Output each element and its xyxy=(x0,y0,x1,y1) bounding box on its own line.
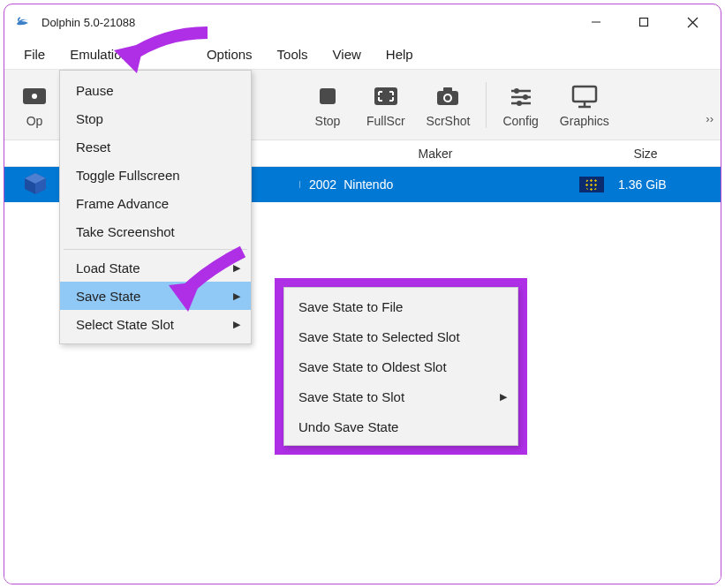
platform-cell xyxy=(4,170,66,200)
menu-select-state-slot[interactable]: Select State Slot ▶ xyxy=(60,310,251,338)
submenu-save-to-selected-slot[interactable]: Save State to Selected Slot xyxy=(284,321,517,351)
toolbar-overflow-icon[interactable]: ›› xyxy=(706,112,714,125)
dolphin-logo-icon xyxy=(15,15,33,29)
submenu-save-to-slot-label: Save State to Slot xyxy=(298,389,404,404)
menu-file[interactable]: File xyxy=(11,40,57,69)
eu-flag-icon xyxy=(579,177,604,192)
menu-hidden[interactable] xyxy=(141,40,194,69)
stop-label: Stop xyxy=(315,114,341,128)
open-label: Op xyxy=(26,114,43,128)
menu-frame-advance[interactable]: Frame Advance xyxy=(60,189,251,217)
fullscreen-label: FullScr xyxy=(366,114,405,128)
config-label: Config xyxy=(502,114,538,128)
size-cell: 1.36 GiB xyxy=(562,177,721,192)
graphics-button[interactable]: Graphics xyxy=(549,77,620,133)
config-button[interactable]: Config xyxy=(492,77,548,133)
graphics-label: Graphics xyxy=(560,114,609,128)
menubar: File Emulation Options Tools View Help xyxy=(4,40,721,70)
close-button[interactable] xyxy=(668,4,717,40)
app-window: Dolphin 5.0-21088 File Emulation Options… xyxy=(4,4,721,584)
year-cell: 2002 xyxy=(300,177,344,192)
submenu-arrow-icon: ▶ xyxy=(500,391,507,403)
maximize-icon xyxy=(638,17,649,27)
window-title: Dolphin 5.0-21088 xyxy=(42,16,135,29)
menu-load-state-label: Load State xyxy=(76,260,140,275)
menu-load-state[interactable]: Load State ▶ xyxy=(60,253,251,282)
submenu-arrow-icon: ▶ xyxy=(233,290,240,302)
svg-point-15 xyxy=(523,94,528,100)
window-controls xyxy=(572,4,717,40)
gamecube-icon xyxy=(22,170,49,200)
maker-cell: Nintendo xyxy=(344,177,562,192)
menu-help[interactable]: Help xyxy=(374,40,426,69)
menu-select-slot-label: Select State Slot xyxy=(76,317,174,332)
menu-save-state-label: Save State xyxy=(76,289,140,304)
svg-point-11 xyxy=(445,95,450,101)
column-size[interactable]: Size xyxy=(562,147,721,161)
toolbar-separator xyxy=(486,82,487,128)
svg-rect-7 xyxy=(374,87,397,105)
save-state-submenu-highlight: Save State to File Save State to Selecte… xyxy=(275,278,527,455)
svg-rect-9 xyxy=(443,87,452,92)
svg-point-13 xyxy=(514,88,519,94)
stop-button[interactable]: Stop xyxy=(299,77,356,133)
game-size: 1.36 GiB xyxy=(618,177,666,192)
svg-rect-6 xyxy=(320,88,336,104)
screenshot-label: ScrShot xyxy=(427,114,471,128)
camera-icon xyxy=(434,82,462,110)
menu-toggle-fullscreen[interactable]: Toggle Fullscreen xyxy=(60,161,251,189)
emulation-menu-dropdown: Pause Stop Reset Toggle Fullscreen Frame… xyxy=(59,70,252,344)
open-button[interactable]: Op xyxy=(10,77,59,133)
menu-pause[interactable]: Pause xyxy=(60,76,251,104)
monitor-icon xyxy=(570,82,599,110)
sliders-icon xyxy=(507,82,535,110)
submenu-arrow-icon: ▶ xyxy=(233,319,240,330)
menu-emulation[interactable]: Emulation xyxy=(57,40,141,69)
column-maker[interactable]: Maker xyxy=(300,147,562,161)
screenshot-button[interactable]: ScrShot xyxy=(416,77,481,133)
menu-stop[interactable]: Stop xyxy=(60,104,251,132)
submenu-undo-save-state[interactable]: Undo Save State xyxy=(284,411,517,441)
menu-tools[interactable]: Tools xyxy=(265,40,321,69)
menu-options[interactable]: Options xyxy=(194,40,265,69)
menu-reset[interactable]: Reset xyxy=(60,132,251,161)
fullscreen-button[interactable]: FullScr xyxy=(356,77,416,133)
svg-point-5 xyxy=(32,94,37,99)
minimize-icon xyxy=(591,17,601,27)
fullscreen-icon xyxy=(372,82,400,110)
titlebar: Dolphin 5.0-21088 xyxy=(4,4,721,40)
submenu-save-to-file[interactable]: Save State to File xyxy=(284,291,517,321)
menu-take-screenshot[interactable]: Take Screenshot xyxy=(60,217,251,245)
svg-rect-1 xyxy=(640,19,648,26)
menu-separator xyxy=(64,249,247,250)
submenu-save-to-oldest-slot[interactable]: Save State to Oldest Slot xyxy=(284,351,517,381)
disc-icon xyxy=(20,82,49,110)
menu-view[interactable]: View xyxy=(321,40,374,69)
submenu-arrow-icon: ▶ xyxy=(233,262,240,274)
svg-point-17 xyxy=(517,101,522,106)
stop-icon xyxy=(313,82,342,110)
save-state-submenu: Save State to File Save State to Selecte… xyxy=(283,287,518,446)
maximize-button[interactable] xyxy=(620,4,668,40)
submenu-save-to-slot[interactable]: Save State to Slot ▶ xyxy=(284,381,517,411)
minimize-button[interactable] xyxy=(572,4,620,40)
close-icon xyxy=(687,17,699,28)
menu-save-state[interactable]: Save State ▶ xyxy=(60,282,251,310)
svg-rect-18 xyxy=(573,87,596,102)
